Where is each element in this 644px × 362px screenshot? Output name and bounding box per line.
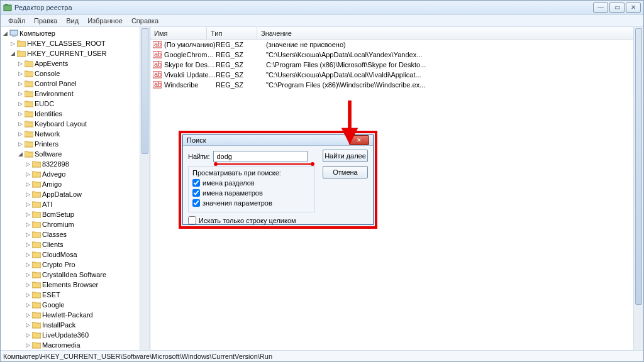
tree-item[interactable]: ▷ Console (2, 69, 150, 79)
maximize-button[interactable]: ▭ (609, 3, 625, 13)
expander-icon[interactable]: ◢ (9, 51, 16, 57)
folder-icon (32, 261, 41, 268)
expander-icon[interactable]: ▷ (17, 71, 23, 77)
col-type[interactable]: Тип (207, 27, 257, 39)
expander-icon[interactable]: ▷ (25, 212, 31, 217)
expander-icon[interactable]: ▷ (25, 172, 31, 177)
tree-item[interactable]: ▷ Clients (2, 239, 150, 250)
tree-item[interactable]: ▷ Hewlett-Packard (2, 310, 150, 320)
svg-rect-3 (12, 36, 16, 36)
row-value: (значение не присвоено) (266, 41, 643, 48)
tree-scrollbar[interactable] (140, 27, 150, 350)
tree-hkcr[interactable]: ▷ HKEY_CLASSES_ROOT (2, 38, 150, 48)
tree-item[interactable]: ▷ Network (2, 129, 150, 139)
tree-item[interactable]: ▷ Classes (2, 229, 150, 239)
expander-icon[interactable]: ▷ (25, 312, 31, 318)
menu-help[interactable]: Справка (128, 16, 162, 26)
tree-item[interactable]: ▷ Control Panel (2, 79, 150, 89)
statusbar: Компьютер\HKEY_CURRENT_USER\Software\Mic… (1, 350, 643, 361)
expander-icon[interactable]: ▷ (25, 343, 31, 348)
tree-item[interactable]: ▷ BcmSetup (2, 209, 150, 219)
expander-icon[interactable]: ◢ (17, 151, 23, 157)
dialog-close-button[interactable]: ✕ (349, 135, 369, 145)
find-dialog: Поиск ✕ Найти: Найти далее Отмена Просма… (182, 134, 374, 225)
tree-computer[interactable]: ◢ Компьютер (2, 28, 150, 38)
tree-item[interactable]: ▷ AppEvents (2, 58, 150, 69)
minimize-button[interactable]: — (593, 3, 608, 13)
expander-icon[interactable]: ▷ (17, 111, 23, 117)
expander-icon[interactable]: ▷ (25, 282, 31, 288)
tree-item[interactable]: ▷ Identities (2, 109, 150, 119)
list-row[interactable]: ab Skype for Desktop REG_SZ C:\Program F… (150, 60, 643, 70)
dialog-title: Поиск (187, 136, 349, 144)
expander-icon[interactable]: ▷ (17, 141, 23, 147)
tree-item[interactable]: ▷ Elements Browser (2, 280, 150, 290)
tree-item[interactable]: ▷ Advego (2, 169, 150, 179)
tree-item[interactable]: ▷ ESET (2, 290, 150, 300)
expander-icon[interactable]: ▷ (9, 41, 16, 47)
cb-data[interactable] (192, 199, 200, 207)
find-next-button[interactable]: Найти далее (323, 150, 368, 162)
menu-favorites[interactable]: Избранное (84, 16, 126, 26)
list-row[interactable]: ab GoogleChrome... REG_SZ "C:\Users\Ксюш… (150, 50, 643, 60)
expander-icon[interactable]: ◢ (2, 31, 8, 36)
tree-item[interactable]: ▷ Environment (2, 89, 150, 99)
tree-item[interactable]: ▷ Chromium (2, 219, 150, 229)
expander-icon[interactable]: ▷ (25, 252, 31, 258)
expander-icon[interactable]: ▷ (25, 192, 31, 197)
tree-item[interactable]: ▷ Amigo (2, 179, 150, 189)
tree-item[interactable]: ▷ Printers (2, 139, 150, 149)
tree-hkcu[interactable]: ◢ HKEY_CURRENT_USER (2, 48, 150, 58)
tree-item[interactable]: ▷ ATI (2, 199, 150, 209)
tree-item[interactable]: ▷ 8322898 (2, 159, 150, 169)
expander-icon[interactable]: ▷ (17, 91, 23, 97)
tree-item[interactable]: ▷ CloudMosa (2, 250, 150, 260)
cb-whole-string[interactable] (188, 216, 196, 224)
tree-item[interactable]: ▷ EUDC (2, 99, 150, 109)
expander-icon[interactable]: ▷ (25, 272, 31, 278)
expander-icon[interactable]: ▷ (25, 302, 31, 308)
string-value-icon: ab (153, 60, 162, 69)
tree-software[interactable]: ◢ Software (2, 149, 150, 159)
tree-item[interactable]: ▷ Crypto Pro (2, 260, 150, 270)
tree-item[interactable]: ▷ Macromedia (2, 340, 150, 350)
expander-icon[interactable]: ▷ (25, 222, 31, 228)
expander-icon[interactable]: ▷ (25, 232, 31, 238)
tree-item[interactable]: ▷ InstallPack (2, 320, 150, 330)
cancel-button[interactable]: Отмена (323, 166, 368, 178)
close-button[interactable]: ✕ (626, 3, 641, 13)
expander-icon[interactable]: ▷ (25, 242, 31, 248)
expander-icon[interactable]: ▷ (25, 182, 31, 187)
expander-icon[interactable]: ▷ (25, 202, 31, 207)
list-scrollbar[interactable] (633, 27, 643, 350)
col-name[interactable]: Имя (150, 27, 207, 39)
tree-item[interactable]: ▷ AppDataLow (2, 189, 150, 199)
expander-icon[interactable]: ▷ (17, 81, 23, 87)
expander-icon[interactable]: ▷ (25, 162, 31, 167)
window-title: Редактор реестра (14, 4, 593, 11)
expander-icon[interactable]: ▷ (17, 121, 23, 127)
list-row[interactable]: ab (По умолчанию) REG_SZ (значение не пр… (150, 40, 643, 50)
expander-icon[interactable]: ▷ (17, 131, 23, 137)
cb-keys[interactable] (192, 179, 200, 187)
folder-icon (32, 221, 41, 228)
tree-label: AppEvents (35, 60, 68, 67)
tree-item[interactable]: ▷ LiveUpdate360 (2, 330, 150, 340)
expander-icon[interactable]: ▷ (25, 262, 31, 268)
find-input[interactable] (213, 151, 308, 162)
tree-item[interactable]: ▷ Google (2, 300, 150, 310)
expander-icon[interactable]: ▷ (25, 322, 31, 328)
menu-view[interactable]: Вид (62, 16, 82, 26)
menu-edit[interactable]: Правка (30, 16, 61, 26)
expander-icon[interactable]: ▷ (25, 292, 31, 298)
tree-item[interactable]: ▷ Keyboard Layout (2, 119, 150, 129)
expander-icon[interactable]: ▷ (17, 61, 23, 67)
tree-item[interactable]: ▷ CrystalIdea Software (2, 270, 150, 280)
list-row[interactable]: ab Windscribe REG_SZ "C:\Program Files (… (150, 80, 643, 90)
expander-icon[interactable]: ▷ (25, 332, 31, 338)
cb-values[interactable] (192, 189, 200, 197)
list-row[interactable]: ab Vivaldi Update ... REG_SZ "C:\Users\К… (150, 70, 643, 80)
col-value[interactable]: Значение (257, 27, 643, 39)
menu-file[interactable]: Файл (4, 16, 29, 26)
expander-icon[interactable]: ▷ (17, 101, 23, 107)
